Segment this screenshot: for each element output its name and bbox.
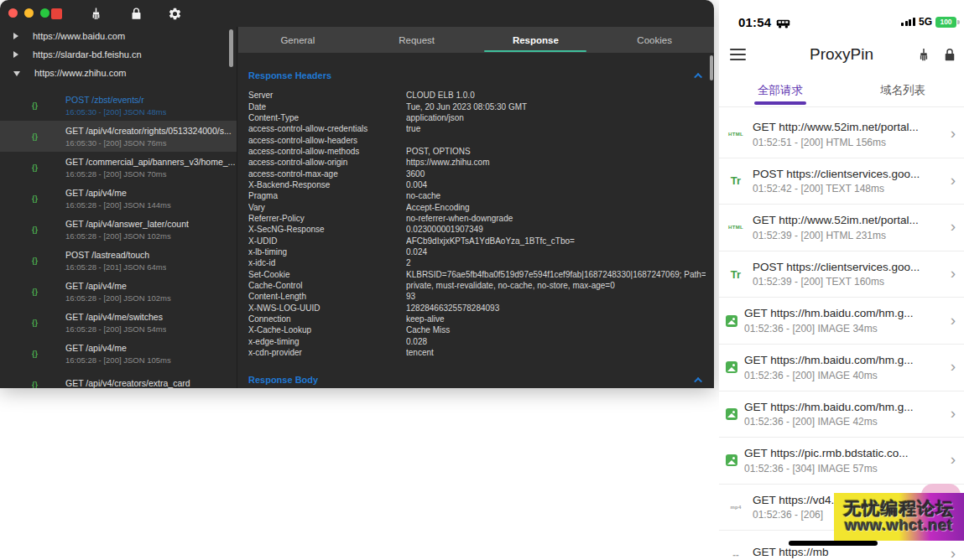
ssl-lock-icon[interactable] — [129, 7, 143, 21]
request-type-icon — [726, 361, 737, 373]
json-type-icon: {} — [32, 101, 45, 110]
detail-tab-label: Cookies — [637, 35, 672, 45]
response-body-section-header[interactable]: Response Body — [248, 375, 706, 385]
mobile-tab-label: 全部请求 — [758, 83, 803, 98]
mobile-tab-label: 域名列表 — [880, 83, 925, 98]
tree-expand-icon[interactable] — [13, 33, 18, 39]
header-key: X-UDID — [248, 236, 406, 246]
header-row: X-SecNG-Response 0.023000001907349 — [248, 224, 706, 235]
status-bar: 01:54 5G 100 — [719, 0, 964, 37]
header-row: Connection keep-alive — [248, 314, 706, 324]
tree-expand-icon[interactable] — [13, 51, 18, 58]
domain-tree-row[interactable]: https://slardar-bd.feishu.cn — [0, 45, 237, 64]
mobile-tab[interactable]: 全部请求 — [719, 74, 842, 106]
request-row[interactable]: {} GET /commercial_api/banners_v3/home_.… — [0, 152, 237, 183]
json-type-icon: {} — [32, 350, 45, 358]
request-row[interactable]: {} GET /api/v4/me 16:05:28 - [200] JSON … — [0, 276, 237, 307]
zoom-window-button[interactable] — [40, 8, 50, 18]
header-value: no-cache — [406, 191, 706, 200]
request-meta: 01:52:39 - [200] TEXT 160ms — [753, 276, 949, 288]
detail-tab[interactable]: Response — [477, 27, 596, 53]
mobile-request-row[interactable]: GET https://hm.baidu.com/hm.g... 01:52:3… — [719, 391, 964, 438]
detail-tab-label: Response — [513, 35, 559, 45]
header-key: Cache-Control — [248, 281, 406, 290]
request-row[interactable]: {} GET /api/v4/me 16:05:28 - [200] JSON … — [0, 183, 237, 214]
signal-strength-icon — [901, 18, 915, 26]
header-row: Pragma no-cache — [248, 190, 706, 201]
detail-tabs: General Request Response Cookies — [238, 27, 714, 53]
request-title: POST /zbst/events/r — [65, 95, 166, 105]
mobile-tab[interactable]: 域名列表 — [842, 74, 964, 106]
mobile-request-row[interactable]: Tr POST https://clientservices.goo... 01… — [719, 158, 964, 205]
header-key: access-control-allow-origin — [248, 158, 406, 167]
response-headers-section-header[interactable]: Response Headers — [248, 70, 706, 80]
header-key: Date — [248, 102, 406, 111]
request-meta: 01:52:36 - [200] IMAGE 40ms — [744, 370, 949, 381]
clear-requests-icon[interactable] — [916, 47, 931, 63]
detail-tab[interactable]: Cookies — [595, 27, 714, 53]
request-type-icon: HTML — [726, 132, 746, 137]
detail-scrollbar[interactable] — [710, 55, 713, 80]
header-row: Server CLOUD ELB 1.0.0 — [248, 90, 706, 101]
minimize-window-button[interactable] — [24, 8, 34, 18]
tree-expand-icon[interactable] — [13, 71, 20, 76]
request-meta: 16:05:30 - [200] JSON 76ms — [65, 138, 232, 148]
request-type-icon: HTML — [726, 225, 746, 230]
header-key: x-cdn-provider — [248, 348, 406, 357]
header-row: Set-Cookie KLBRSID=76ae5fb4fba0f519d97e5… — [248, 269, 706, 280]
detail-tab[interactable]: General — [238, 27, 357, 53]
window-titlebar[interactable] — [0, 0, 714, 27]
header-row: Content-Type application/json — [248, 112, 706, 123]
stop-capture-button[interactable] — [51, 8, 62, 19]
header-key: Referrer-Policy — [248, 214, 406, 223]
header-key: access-control-allow-methods — [248, 147, 406, 156]
json-type-icon: {} — [32, 132, 45, 141]
request-row[interactable]: {} GET /api/v4/me 16:05:28 - [200] JSON … — [0, 338, 237, 369]
header-key: X-Cache-Lookup — [248, 325, 406, 334]
mobile-request-row[interactable]: HTML GET http://www.52im.net/portal... 0… — [719, 111, 964, 158]
car-icon — [776, 17, 790, 27]
request-title: GET /api/v4/me/switches — [65, 312, 166, 322]
header-value: keep-alive — [406, 314, 706, 324]
settings-gear-icon[interactable] — [168, 7, 182, 21]
request-row[interactable]: {} GET /api/v4/answer_later/count 16:05:… — [0, 214, 237, 245]
request-row[interactable]: {} POST /lastread/touch 16:05:28 - [201]… — [0, 245, 237, 276]
chevron-right-icon: › — [949, 264, 959, 284]
window-controls — [8, 8, 50, 18]
header-value: CLOUD ELB 1.0.0 — [406, 91, 706, 100]
mobile-request-row[interactable]: GET https://hm.baidu.com/hm.g... 01:52:3… — [719, 298, 964, 345]
sidebar-scrollbar[interactable] — [229, 29, 233, 67]
request-row[interactable]: {} GET /api/v4/creators/extra_card — [0, 369, 237, 388]
domain-url: https://www.zhihu.com — [34, 68, 126, 78]
request-url: POST https://clientservices.goo... — [753, 168, 949, 180]
network-type: 5G — [919, 16, 932, 28]
mobile-request-row[interactable]: HTML GET http://www.52im.net/portal... 0… — [719, 205, 964, 251]
request-row[interactable]: {} GET /api/v4/me/switches 16:05:28 - [2… — [0, 307, 237, 338]
collapse-headers-icon[interactable] — [694, 72, 702, 80]
domain-tree-row[interactable]: https://www.zhihu.com — [0, 64, 237, 82]
header-key: Server — [248, 91, 406, 100]
battery-percent: 100 — [940, 18, 951, 26]
domain-url: https://www.baidu.com — [33, 31, 125, 41]
header-key: Connection — [248, 314, 406, 324]
collapse-body-icon[interactable] — [694, 377, 702, 386]
request-type-icon: Tr — [726, 174, 746, 187]
request-meta: 01:52:39 - [200] HTML 231ms — [753, 230, 949, 241]
header-value: true — [406, 124, 706, 133]
battery-icon: 100 — [935, 17, 956, 28]
mobile-request-row[interactable]: Tr POST https://clientservices.goo... 01… — [719, 251, 964, 298]
close-window-button[interactable] — [8, 8, 18, 18]
detail-tab[interactable]: Request — [357, 27, 477, 53]
header-row: Content-Length 93 — [248, 291, 706, 302]
json-type-icon: {} — [32, 288, 45, 296]
request-row[interactable]: {} GET /api/v4/creator/rights/0513324000… — [0, 121, 237, 152]
request-meta: 16:05:30 - [200] JSON 48ms — [65, 107, 166, 117]
clear-requests-icon[interactable] — [89, 7, 103, 21]
domain-tree-row[interactable]: https://www.baidu.com — [0, 27, 237, 45]
ssl-lock-icon[interactable] — [942, 47, 957, 63]
mobile-request-row[interactable]: GET https://hm.baidu.com/hm.g... 01:52:3… — [719, 345, 964, 391]
mobile-request-row[interactable]: GET https://pic.rmb.bdstatic.co... 01:52… — [719, 438, 964, 485]
header-row: X-UDID AFCb9dIxjxKPTsA1YdBAoYza_1BTfc_cT… — [248, 235, 706, 246]
request-meta: 16:05:28 - [200] JSON 144ms — [65, 200, 171, 210]
request-row[interactable]: {} POST /zbst/events/r 16:05:30 - [200] … — [0, 90, 237, 121]
